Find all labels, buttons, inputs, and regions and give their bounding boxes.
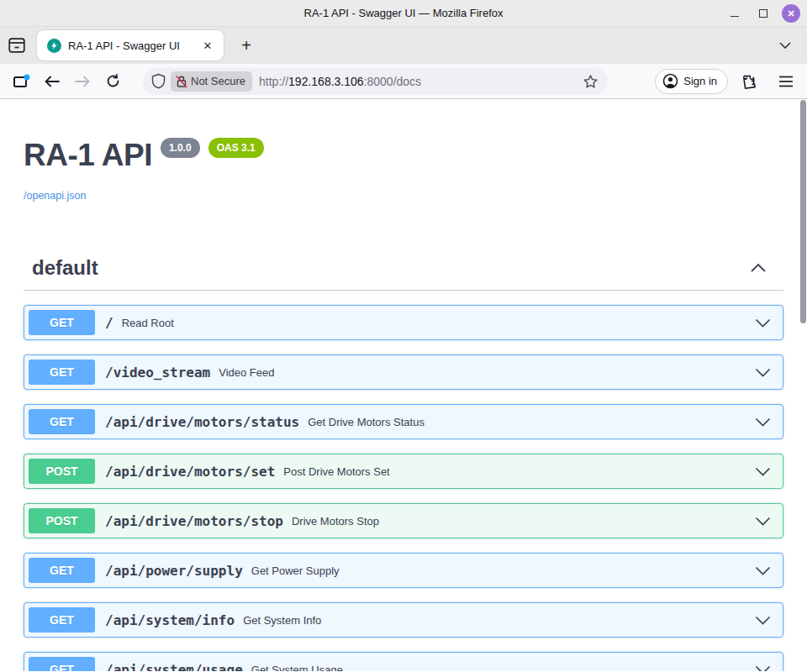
endpoint-summary: Get Drive Motors Status — [308, 416, 755, 428]
sidebar-toggle-button[interactable] — [3, 32, 30, 59]
chevron-down-icon — [755, 417, 771, 427]
window-title: RA-1 API - Swagger UI — Mozilla Firefox — [0, 7, 807, 19]
method-badge: GET — [29, 657, 95, 671]
endpoint-summary: Get System Info — [243, 614, 755, 627]
chevron-up-icon — [750, 263, 767, 273]
endpoint-path: /api/system/usage — [105, 662, 243, 672]
new-tab-button[interactable]: + — [234, 33, 259, 58]
method-badge: GET — [29, 607, 95, 633]
url-path: :8000/docs — [364, 75, 422, 88]
firefox-view-button[interactable] — [8, 68, 35, 95]
account-icon — [662, 73, 678, 89]
endpoint-path: /api/drive/motors/stop — [105, 513, 283, 529]
sidebar-toggle-icon — [8, 38, 25, 53]
version-badge: 1.0.0 — [161, 138, 200, 158]
section-header-default[interactable]: default — [24, 246, 783, 291]
bookmark-button[interactable] — [579, 71, 601, 92]
endpoint-summary: Read Root — [122, 317, 755, 329]
endpoint-row[interactable]: GET /api/system/info Get System Info — [24, 602, 783, 638]
minimize-icon — [731, 16, 739, 17]
endpoint-row[interactable]: GET /video_stream Video Feed — [24, 354, 783, 390]
minimize-button[interactable] — [725, 3, 745, 24]
forward-icon — [75, 76, 90, 87]
endpoint-row[interactable]: POST /api/drive/motors/set Post Drive Mo… — [24, 454, 783, 489]
endpoint-row[interactable]: GET /api/drive/motors/status Get Drive M… — [24, 404, 783, 439]
url-scheme: http:// — [259, 75, 288, 88]
endpoint-summary: Get Power Supply — [251, 564, 755, 577]
endpoint-row[interactable]: GET /api/system/usage Get System Usage — [24, 652, 783, 671]
endpoint-row[interactable]: POST /api/drive/motors/stop Drive Motors… — [24, 503, 783, 538]
url-host: 192.168.3.106 — [288, 75, 364, 88]
back-icon — [45, 76, 60, 87]
endpoint-row[interactable]: GET / Read Root — [24, 305, 783, 340]
not-secure-badge[interactable]: Not Secure — [171, 71, 252, 92]
endpoint-summary: Video Feed — [219, 366, 755, 379]
close-button[interactable]: ✕ — [782, 4, 800, 23]
shield-icon — [151, 73, 166, 89]
endpoint-path: /api/drive/motors/set — [105, 464, 275, 480]
method-badge: POST — [29, 508, 95, 533]
forward-button[interactable] — [69, 68, 96, 95]
endpoint-summary: Get System Usage — [251, 664, 755, 672]
chevron-down-icon — [755, 566, 771, 575]
chevron-down-icon — [755, 467, 771, 476]
url-bar[interactable]: Not Secure http://192.168.3.106:8000/doc… — [143, 68, 608, 95]
method-badge: GET — [29, 310, 95, 335]
window-titlebar: RA-1 API - Swagger UI — Mozilla Firefox … — [0, 0, 807, 27]
method-badge: GET — [29, 558, 95, 583]
page-content: RA-1 API 1.0.0 OAS 3.1 /openapi.json def… — [0, 99, 807, 671]
endpoint-list: GET / Read Root GET /video_stream Video … — [24, 305, 783, 671]
method-badge: GET — [29, 409, 95, 434]
insecure-lock-icon — [176, 75, 187, 88]
star-icon — [583, 75, 598, 88]
window-controls: ✕ — [725, 0, 800, 27]
endpoint-path: / — [105, 315, 113, 331]
chevron-down-icon — [755, 665, 771, 672]
sign-in-label: Sign in — [683, 75, 717, 87]
app-menu-button[interactable] — [773, 69, 799, 94]
tab-close-button[interactable]: ✕ — [198, 36, 217, 55]
firefox-view-icon — [13, 74, 31, 89]
hamburger-menu-icon — [778, 76, 794, 87]
chevron-down-icon — [755, 616, 771, 625]
chevron-down-icon — [755, 368, 771, 377]
method-badge: GET — [29, 360, 95, 385]
chevron-down-icon — [779, 42, 791, 49]
openapi-spec-link[interactable]: /openapi.json — [24, 190, 86, 202]
section-title: default — [32, 256, 98, 280]
endpoint-row[interactable]: GET /api/power/supply Get Power Supply — [24, 553, 783, 588]
extensions-button[interactable] — [736, 69, 762, 94]
endpoint-summary: Drive Motors Stop — [292, 515, 755, 528]
maximize-button[interactable] — [753, 3, 773, 24]
close-icon: ✕ — [787, 8, 794, 19]
tab-title: RA-1 API - Swagger UI — [68, 39, 198, 52]
tab-strip: RA-1 API - Swagger UI ✕ + — [0, 27, 807, 64]
navigation-toolbar: Not Secure http://192.168.3.106:8000/doc… — [0, 64, 807, 99]
back-button[interactable] — [39, 68, 66, 95]
sign-in-button[interactable]: Sign in — [655, 69, 728, 94]
swagger-favicon-icon — [47, 39, 61, 53]
reload-button[interactable] — [99, 68, 126, 95]
reload-icon — [106, 74, 120, 88]
method-badge: POST — [29, 459, 95, 484]
list-all-tabs-button[interactable] — [773, 34, 797, 57]
maximize-icon — [759, 9, 767, 18]
api-header: RA-1 API 1.0.0 OAS 3.1 — [24, 138, 783, 173]
url-text[interactable]: http://192.168.3.106:8000/docs — [259, 75, 579, 88]
api-title: RA-1 API — [24, 138, 152, 173]
not-secure-label: Not Secure — [191, 75, 245, 87]
endpoint-path: /api/drive/motors/status — [105, 414, 299, 430]
endpoint-path: /api/system/info — [105, 612, 235, 628]
browser-tab[interactable]: RA-1 API - Swagger UI ✕ — [37, 30, 224, 60]
endpoint-path: /api/power/supply — [105, 563, 243, 579]
vertical-scrollbar[interactable] — [800, 100, 806, 323]
chevron-down-icon — [755, 318, 771, 328]
chevron-down-icon — [755, 517, 771, 526]
endpoint-summary: Post Drive Motors Set — [283, 465, 755, 478]
endpoint-path: /video_stream — [105, 365, 210, 381]
oas-badge: OAS 3.1 — [208, 138, 264, 158]
puzzle-piece-icon — [741, 74, 757, 89]
